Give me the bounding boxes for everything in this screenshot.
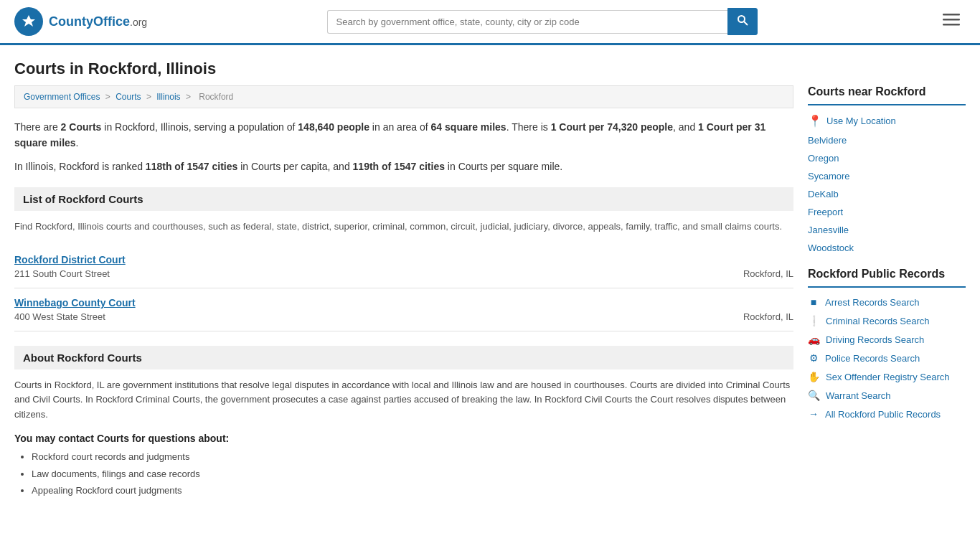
- courts-near-title: Courts near Rockford: [808, 85, 966, 105]
- page-title: Courts in Rockford, Illinois: [14, 60, 966, 78]
- public-records-section: Rockford Public Records ■ Arrest Records…: [808, 268, 966, 420]
- contact-item-2: Law documents, filings and case records: [32, 467, 793, 481]
- contact-list: Rockford court records and judgments Law…: [14, 450, 793, 498]
- sex-offender-icon: ✋: [808, 371, 820, 382]
- location-pin-icon: 📍: [808, 114, 822, 128]
- stats-text-2: in an area of: [369, 121, 431, 133]
- menu-button[interactable]: [937, 9, 966, 34]
- rank2: 119th of 1547 cities: [353, 161, 445, 172]
- svg-line-2: [744, 22, 748, 25]
- search-area: [327, 8, 758, 35]
- population: 148,640 people: [298, 121, 369, 133]
- court-item-2: Winnebago County Court 400 West State St…: [14, 288, 793, 331]
- page-layout: Government Offices > Courts > Illinois >…: [0, 85, 980, 515]
- svg-rect-3: [943, 14, 960, 16]
- police-records-label: Police Records Search: [825, 353, 920, 364]
- search-button[interactable]: [727, 8, 758, 35]
- stats-text-1: in Rockford, Illinois, serving a populat…: [101, 121, 298, 133]
- svg-rect-4: [943, 19, 960, 21]
- warrant-search-link[interactable]: 🔍 Warrant Search: [808, 390, 966, 401]
- all-public-records-link[interactable]: → All Rockford Public Records: [808, 408, 966, 420]
- logo-text: CountyOffice.org: [49, 14, 147, 29]
- search-input[interactable]: [327, 10, 727, 34]
- breadcrumb-sep-3: >: [186, 92, 193, 102]
- nearby-freeport[interactable]: Freeport: [808, 207, 966, 217]
- page-title-area: Courts in Rockford, Illinois: [0, 45, 980, 85]
- court-1-address: 211 South Court Street: [14, 268, 110, 279]
- police-records-link[interactable]: ⚙ Police Records Search: [808, 352, 966, 364]
- criminal-records-label: Criminal Records Search: [826, 316, 930, 326]
- list-description: Find Rockford, Illinois courts and court…: [14, 220, 793, 234]
- use-location-link[interactable]: 📍 Use My Location: [808, 114, 966, 128]
- courts-near-section: Courts near Rockford 📍 Use My Location B…: [808, 85, 966, 253]
- court-2-details: 400 West State Street Rockford, IL: [14, 311, 793, 322]
- contact-header: You may contact Courts for questions abo…: [14, 433, 793, 444]
- stats-paragraph: There are 2 Courts in Rockford, Illinois…: [14, 119, 793, 151]
- contact-item-3: Appealing Rockford court judgments: [32, 484, 793, 498]
- warrant-search-icon: 🔍: [808, 390, 820, 401]
- breadcrumb-link-illinois[interactable]: Illinois: [156, 92, 180, 102]
- about-description: Courts in Rockford, IL are government in…: [14, 378, 793, 423]
- logo-icon: [14, 7, 43, 36]
- court-2-city: Rockford, IL: [743, 311, 793, 322]
- all-records-icon: →: [808, 408, 819, 420]
- use-location-label: Use My Location: [826, 116, 896, 126]
- warrant-search-label: Warrant Search: [826, 390, 891, 401]
- court-1-city: Rockford, IL: [743, 268, 793, 279]
- breadcrumb-sep-2: >: [146, 92, 154, 102]
- nearby-sycamore[interactable]: Sycamore: [808, 171, 966, 182]
- public-records-title: Rockford Public Records: [808, 268, 966, 288]
- police-records-icon: ⚙: [808, 352, 819, 364]
- contact-item-1: Rockford court records and judgments: [32, 450, 793, 464]
- arrest-records-icon: ■: [808, 296, 819, 308]
- court-2-address: 400 West State Street: [14, 311, 105, 322]
- driving-records-icon: 🚗: [808, 334, 820, 345]
- arrest-records-link[interactable]: ■ Arrest Records Search: [808, 296, 966, 308]
- breadcrumb-sep-1: >: [105, 92, 113, 102]
- nearby-dekalb[interactable]: DeKalb: [808, 189, 966, 199]
- court-item-1: Rockford District Court 211 South Court …: [14, 245, 793, 288]
- nearby-woodstock[interactable]: Woodstock: [808, 242, 966, 253]
- all-records-label: All Rockford Public Records: [825, 409, 941, 420]
- criminal-records-link[interactable]: ❕ Criminal Records Search: [808, 315, 966, 326]
- breadcrumb-link-govt[interactable]: Government Offices: [24, 92, 100, 102]
- breadcrumb-link-courts[interactable]: Courts: [116, 92, 141, 102]
- rank-prefix: In Illinois, Rockford is ranked: [14, 161, 146, 172]
- courts-count: 2 Courts: [61, 121, 102, 133]
- driving-records-label: Driving Records Search: [826, 334, 924, 345]
- nearby-belvidere[interactable]: Belvidere: [808, 135, 966, 146]
- court-1-details: 211 South Court Street Rockford, IL: [14, 268, 793, 279]
- per-capita: 1 Court per 74,320 people: [551, 121, 673, 133]
- list-section-header: List of Rockford Courts: [14, 187, 793, 211]
- sidebar: Courts near Rockford 📍 Use My Location B…: [808, 85, 966, 501]
- about-section-header: About Rockford Courts: [14, 346, 793, 369]
- rank1: 118th of 1547 cities: [146, 161, 237, 172]
- nearby-oregon[interactable]: Oregon: [808, 153, 966, 164]
- arrest-records-label: Arrest Records Search: [825, 297, 920, 308]
- about-section: About Rockford Courts Courts in Rockford…: [14, 346, 793, 498]
- area: 64 square miles: [431, 121, 507, 133]
- rank1-suffix: in Courts per capita, and: [237, 161, 352, 172]
- sex-offender-label: Sex Offender Registry Search: [826, 372, 949, 382]
- driving-records-link[interactable]: 🚗 Driving Records Search: [808, 334, 966, 345]
- court-1-name[interactable]: Rockford District Court: [14, 254, 793, 265]
- sex-offender-link[interactable]: ✋ Sex Offender Registry Search: [808, 371, 966, 382]
- logo-area[interactable]: CountyOffice.org: [14, 7, 147, 36]
- breadcrumb-current: Rockford: [199, 92, 233, 102]
- criminal-records-icon: ❕: [808, 315, 820, 326]
- svg-rect-5: [943, 24, 960, 26]
- page-header: CountyOffice.org: [0, 0, 980, 45]
- svg-point-1: [738, 16, 745, 22]
- nearby-janesville[interactable]: Janesville: [808, 225, 966, 235]
- rank2-suffix: in Courts per square mile.: [445, 161, 562, 172]
- breadcrumb: Government Offices > Courts > Illinois >…: [14, 85, 793, 108]
- main-content: Government Offices > Courts > Illinois >…: [14, 85, 793, 501]
- ranking-paragraph: In Illinois, Rockford is ranked 118th of…: [14, 159, 793, 174]
- court-2-name[interactable]: Winnebago County Court: [14, 297, 793, 309]
